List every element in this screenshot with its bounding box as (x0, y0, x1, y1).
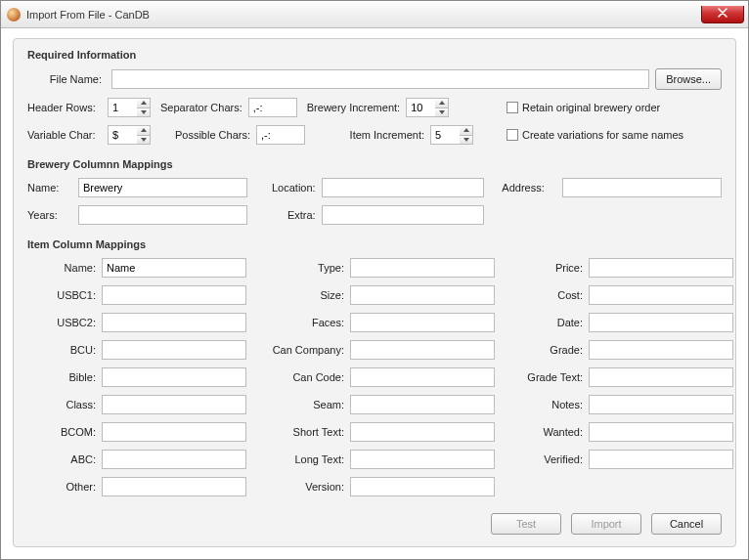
separator-chars-label: Separator Chars: (160, 102, 242, 113)
spin-up-icon[interactable] (435, 99, 448, 108)
import-button[interactable]: Import (571, 513, 641, 535)
brewery-name-label: Name: (27, 182, 72, 194)
item-field-input[interactable] (589, 285, 733, 305)
variable-char-spinner[interactable] (108, 125, 151, 145)
checkbox-box (507, 102, 518, 113)
brewery-address-input[interactable] (562, 178, 722, 197)
item-field-label: Size: (264, 289, 344, 301)
item-field-label: Wanted: (512, 426, 583, 438)
cancel-button[interactable]: Cancel (651, 513, 722, 535)
item-field-input[interactable] (102, 450, 246, 469)
client-area: Required Information File Name: Browse..… (1, 28, 748, 559)
brewery-section-title: Brewery Columnn Mappings (27, 158, 722, 170)
spin-up-icon[interactable] (137, 99, 150, 108)
item-field-label: Notes: (512, 399, 583, 410)
possible-chars-label: Possible Chars: (160, 129, 250, 141)
header-rows-input[interactable] (108, 98, 137, 117)
brewery-increment-input[interactable] (406, 98, 435, 117)
file-name-input[interactable] (111, 69, 649, 89)
spin-down-icon[interactable] (137, 136, 150, 145)
item-field-input[interactable] (350, 340, 495, 360)
item-increment-spinner[interactable] (430, 125, 473, 145)
item-field-input[interactable] (589, 422, 733, 442)
item-field-label: Long Text: (264, 453, 344, 465)
brewery-increment-label: Brewery Increment: (307, 102, 400, 113)
item-field-label: Date: (512, 317, 583, 328)
retain-order-checkbox[interactable]: Retain original brewery order (507, 102, 722, 113)
item-field-input[interactable] (589, 340, 733, 360)
item-field-input[interactable] (350, 450, 495, 469)
item-field-input[interactable] (102, 477, 246, 496)
item-field-label: Faces: (264, 317, 344, 328)
header-rows-label: Header Rows: (27, 102, 102, 113)
main-panel: Required Information File Name: Browse..… (13, 38, 736, 547)
item-field-input[interactable] (589, 367, 733, 387)
item-field-input[interactable] (102, 367, 246, 387)
item-section-title: Item Column Mappings (27, 238, 722, 250)
spin-up-icon[interactable] (460, 126, 472, 136)
item-field-label: Can Company: (264, 344, 344, 356)
footer-buttons: Test Import Cancel (27, 513, 722, 535)
brewery-location-input[interactable] (322, 178, 485, 197)
item-field-input[interactable] (102, 340, 246, 360)
brewery-address-label: Address: (502, 182, 556, 194)
item-field-input[interactable] (102, 313, 246, 332)
brewery-increment-spinner[interactable] (406, 98, 449, 117)
item-field-label: Other: (27, 481, 96, 493)
item-field-label: USBC2: (27, 317, 96, 328)
close-icon (718, 8, 727, 20)
item-field-label: ABC: (27, 453, 96, 465)
item-field-label: Cost: (512, 289, 583, 301)
item-field-label: Name: (27, 262, 96, 274)
item-field-input[interactable] (102, 258, 246, 278)
item-field-input[interactable] (350, 285, 495, 305)
item-field-input[interactable] (350, 258, 495, 278)
spin-up-icon[interactable] (137, 126, 150, 136)
variable-char-input[interactable] (108, 125, 137, 145)
variable-char-label: Variable Char: (27, 129, 102, 141)
item-field-label: Price: (512, 262, 583, 274)
item-field-input[interactable] (350, 313, 495, 332)
item-field-label: Seam: (264, 399, 344, 410)
brewery-years-label: Years: (27, 209, 72, 221)
header-rows-spinner[interactable] (108, 98, 151, 117)
app-icon (7, 8, 21, 22)
brewery-extra-input[interactable] (322, 205, 485, 225)
create-variations-checkbox[interactable]: Create variations for same names (507, 129, 722, 141)
required-section-title: Required Information (27, 49, 722, 61)
brewery-years-input[interactable] (78, 205, 247, 225)
brewery-name-input[interactable] (78, 178, 247, 197)
item-increment-input[interactable] (430, 125, 460, 145)
item-field-input[interactable] (589, 450, 733, 469)
item-field-input[interactable] (589, 258, 733, 278)
brewery-location-label: Location: (265, 182, 316, 194)
item-field-label: Class: (27, 399, 96, 410)
item-field-input[interactable] (350, 422, 495, 442)
test-button[interactable]: Test (491, 513, 561, 535)
item-field-input[interactable] (102, 422, 246, 442)
item-field-input[interactable] (589, 395, 733, 414)
import-dialog: Import From File - CanDB Required Inform… (0, 0, 749, 560)
item-field-input[interactable] (350, 477, 495, 496)
item-field-label: BCU: (27, 344, 96, 356)
possible-chars-input[interactable] (256, 125, 305, 145)
item-field-input[interactable] (589, 313, 733, 332)
spin-down-icon[interactable] (460, 136, 472, 145)
item-field-input[interactable] (350, 367, 495, 387)
file-name-label: File Name: (27, 73, 102, 85)
titlebar: Import From File - CanDB (1, 1, 748, 28)
spin-down-icon[interactable] (435, 108, 448, 117)
separator-chars-input[interactable] (248, 98, 297, 117)
close-button[interactable] (701, 6, 744, 23)
retain-order-label: Retain original brewery order (522, 102, 660, 113)
create-variations-label: Create variations for same names (522, 129, 683, 141)
item-field-input[interactable] (102, 285, 246, 305)
browse-button[interactable]: Browse... (655, 68, 722, 90)
item-field-label: Short Text: (264, 426, 344, 438)
item-field-input[interactable] (102, 395, 246, 414)
item-field-label: Grade: (512, 344, 583, 356)
item-field-input[interactable] (350, 395, 495, 414)
item-field-label: Verified: (512, 453, 583, 465)
spin-down-icon[interactable] (137, 108, 150, 117)
item-field-label: BCOM: (27, 426, 96, 438)
